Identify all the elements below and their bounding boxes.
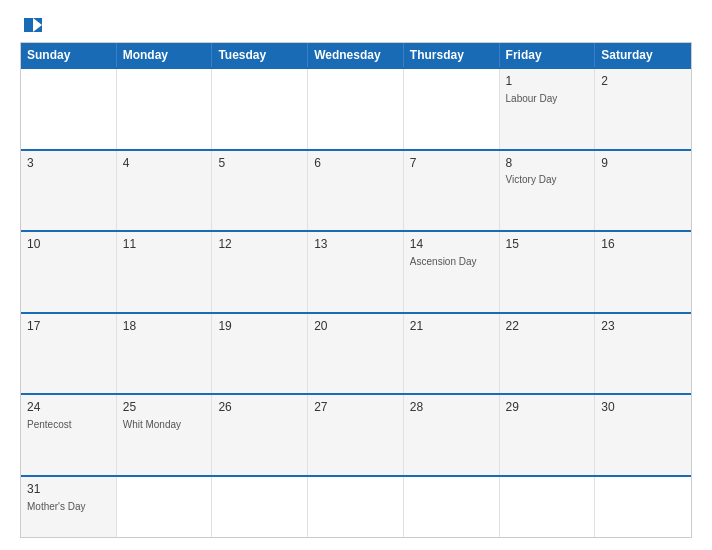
holiday-name: Victory Day bbox=[506, 173, 589, 186]
day-cell: 19 bbox=[212, 314, 308, 394]
day-cell: 25Whit Monday bbox=[117, 395, 213, 475]
day-cell: 13 bbox=[308, 232, 404, 312]
holiday-name: Ascension Day bbox=[410, 255, 493, 268]
day-cell: 15 bbox=[500, 232, 596, 312]
day-cell: 18 bbox=[117, 314, 213, 394]
day-number: 30 bbox=[601, 399, 685, 416]
week-row-2: 345678Victory Day9 bbox=[21, 149, 691, 231]
day-cell: 26 bbox=[212, 395, 308, 475]
week-row-3: 1011121314Ascension Day1516 bbox=[21, 230, 691, 312]
day-cell: 14Ascension Day bbox=[404, 232, 500, 312]
day-cell: 5 bbox=[212, 151, 308, 231]
day-cell: 28 bbox=[404, 395, 500, 475]
day-cell: 23 bbox=[595, 314, 691, 394]
day-header-tuesday: Tuesday bbox=[212, 43, 308, 67]
day-number: 5 bbox=[218, 155, 301, 172]
day-number: 10 bbox=[27, 236, 110, 253]
day-number: 8 bbox=[506, 155, 589, 172]
holiday-name: Mother's Day bbox=[27, 500, 110, 513]
day-cell: 20 bbox=[308, 314, 404, 394]
day-cell bbox=[308, 477, 404, 537]
day-header-monday: Monday bbox=[117, 43, 213, 67]
day-cell: 16 bbox=[595, 232, 691, 312]
day-cell: 9 bbox=[595, 151, 691, 231]
day-cell bbox=[404, 69, 500, 149]
week-row-6: 31Mother's Day bbox=[21, 475, 691, 537]
day-headers-row: SundayMondayTuesdayWednesdayThursdayFrid… bbox=[21, 43, 691, 67]
day-cell: 1Labour Day bbox=[500, 69, 596, 149]
day-number: 31 bbox=[27, 481, 110, 498]
day-cell: 7 bbox=[404, 151, 500, 231]
day-number: 21 bbox=[410, 318, 493, 335]
day-number: 28 bbox=[410, 399, 493, 416]
day-number: 20 bbox=[314, 318, 397, 335]
day-cell: 17 bbox=[21, 314, 117, 394]
calendar-weeks: 1Labour Day2345678Victory Day91011121314… bbox=[21, 67, 691, 537]
week-row-1: 1Labour Day2 bbox=[21, 67, 691, 149]
day-cell: 21 bbox=[404, 314, 500, 394]
day-cell: 22 bbox=[500, 314, 596, 394]
day-number: 26 bbox=[218, 399, 301, 416]
day-number: 2 bbox=[601, 73, 685, 90]
day-number: 12 bbox=[218, 236, 301, 253]
day-number: 18 bbox=[123, 318, 206, 335]
day-cell: 10 bbox=[21, 232, 117, 312]
day-cell bbox=[308, 69, 404, 149]
day-cell: 24Pentecost bbox=[21, 395, 117, 475]
day-cell: 29 bbox=[500, 395, 596, 475]
week-row-5: 24Pentecost25Whit Monday2627282930 bbox=[21, 393, 691, 475]
day-number: 7 bbox=[410, 155, 493, 172]
day-header-thursday: Thursday bbox=[404, 43, 500, 67]
page-header bbox=[20, 18, 692, 32]
week-row-4: 17181920212223 bbox=[21, 312, 691, 394]
day-cell: 6 bbox=[308, 151, 404, 231]
day-cell bbox=[117, 477, 213, 537]
day-number: 19 bbox=[218, 318, 301, 335]
day-cell: 30 bbox=[595, 395, 691, 475]
day-number: 22 bbox=[506, 318, 589, 335]
holiday-name: Whit Monday bbox=[123, 418, 206, 431]
holiday-name: Pentecost bbox=[27, 418, 110, 431]
day-number: 25 bbox=[123, 399, 206, 416]
day-number: 23 bbox=[601, 318, 685, 335]
day-number: 1 bbox=[506, 73, 589, 90]
day-number: 27 bbox=[314, 399, 397, 416]
day-number: 9 bbox=[601, 155, 685, 172]
day-number: 15 bbox=[506, 236, 589, 253]
day-number: 13 bbox=[314, 236, 397, 253]
holiday-name: Labour Day bbox=[506, 92, 589, 105]
day-cell bbox=[404, 477, 500, 537]
day-number: 6 bbox=[314, 155, 397, 172]
day-number: 17 bbox=[27, 318, 110, 335]
day-number: 4 bbox=[123, 155, 206, 172]
day-number: 3 bbox=[27, 155, 110, 172]
day-number: 11 bbox=[123, 236, 206, 253]
calendar: SundayMondayTuesdayWednesdayThursdayFrid… bbox=[20, 42, 692, 538]
logo-flag-icon bbox=[24, 18, 42, 32]
day-cell bbox=[21, 69, 117, 149]
day-cell bbox=[117, 69, 213, 149]
logo bbox=[20, 18, 44, 32]
day-header-wednesday: Wednesday bbox=[308, 43, 404, 67]
day-header-sunday: Sunday bbox=[21, 43, 117, 67]
day-number: 29 bbox=[506, 399, 589, 416]
day-header-friday: Friday bbox=[500, 43, 596, 67]
day-number: 16 bbox=[601, 236, 685, 253]
day-header-saturday: Saturday bbox=[595, 43, 691, 67]
day-cell: 8Victory Day bbox=[500, 151, 596, 231]
day-cell: 2 bbox=[595, 69, 691, 149]
day-cell: 11 bbox=[117, 232, 213, 312]
day-cell: 4 bbox=[117, 151, 213, 231]
day-cell bbox=[212, 69, 308, 149]
day-cell: 27 bbox=[308, 395, 404, 475]
day-cell bbox=[212, 477, 308, 537]
day-cell bbox=[500, 477, 596, 537]
day-number: 14 bbox=[410, 236, 493, 253]
day-cell: 3 bbox=[21, 151, 117, 231]
day-number: 24 bbox=[27, 399, 110, 416]
day-cell bbox=[595, 477, 691, 537]
day-cell: 31Mother's Day bbox=[21, 477, 117, 537]
day-cell: 12 bbox=[212, 232, 308, 312]
